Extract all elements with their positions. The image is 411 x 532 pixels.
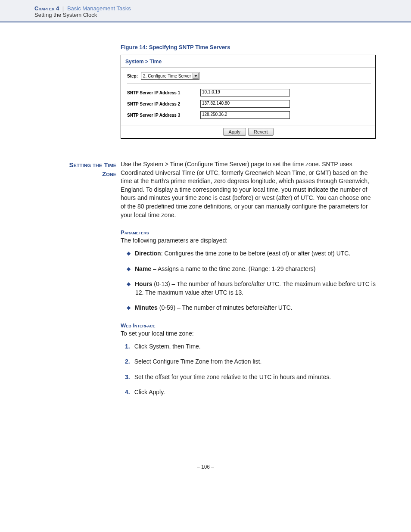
parameters-list: Direction: Configures the time zone to b… [121,249,377,312]
page-number: – 106 – [0,464,411,483]
sntp-server-2-input[interactable]: 137.82.140.80 [200,100,290,108]
list-item: Hours (0-13) – The number of hours befor… [121,280,377,297]
field-label: SNTP Server IP Address 1 [127,90,200,95]
field-row: SNTP Server IP Address 1 10.1.0.19 [127,87,371,98]
button-row: Apply Revert [121,125,375,138]
page-header: Chapter 4 | Basic Management Tasks Setti… [0,0,411,22]
webinterface-lead: To set your local time zone: [121,330,377,338]
screenshot-title: System > Time [121,55,375,68]
revert-button[interactable]: Revert [248,128,273,136]
parameters-lead: The following parameters are displayed: [121,236,377,245]
field-label: SNTP Server IP Address 3 [127,113,200,118]
intro-paragraph: Use the System > Time (Configure Time Se… [121,160,377,219]
step-dropdown-value: 2. Configure Time Server [143,74,191,78]
svg-marker-0 [194,75,197,77]
chevron-down-icon[interactable] [193,73,199,79]
field-row: SNTP Server IP Address 3 128.250.36.2 [127,109,371,121]
list-item: Select Configure Time Zone from the Acti… [121,358,377,366]
list-item: Set the offset for your time zone relati… [121,373,377,382]
chapter-label: Chapter 4 [34,5,59,12]
sntp-server-1-input[interactable]: 10.1.0.19 [200,89,290,96]
step-label: Step: [127,74,138,78]
page-subtitle: Setting the System Clock [34,12,411,18]
list-item: Click System, then Time. [121,342,377,351]
list-item: Click Apply. [121,388,377,397]
screenshot-panel: System > Time Step: 2. Configure Time Se… [121,55,376,139]
parameters-heading: Parameters [121,229,377,236]
list-item: Name – Assigns a name to the time zone. … [121,265,377,274]
field-row: SNTP Server IP Address 2 137.82.140.80 [127,98,371,109]
sntp-server-3-input[interactable]: 128.250.36.2 [200,111,290,119]
section-heading: Setting the Time Zone [34,160,121,404]
webinterface-heading: Web Interface [121,322,377,330]
field-label: SNTP Server IP Address 2 [127,102,200,106]
apply-button[interactable]: Apply [223,128,246,136]
list-item: Minutes (0-59) – The number of minutes b… [121,304,377,312]
step-dropdown[interactable]: 2. Configure Time Server [141,72,199,80]
list-item: Direction: Configures the time zone to b… [121,249,377,258]
figure-caption: Figure 14: Specifying SNTP Time Servers [121,44,377,50]
step-row: Step: 2. Configure Time Server [127,72,371,84]
separator: | [62,5,64,12]
breadcrumb-title: Basic Management Tasks [67,5,131,12]
steps-list: Click System, then Time. Select Configur… [121,342,377,397]
